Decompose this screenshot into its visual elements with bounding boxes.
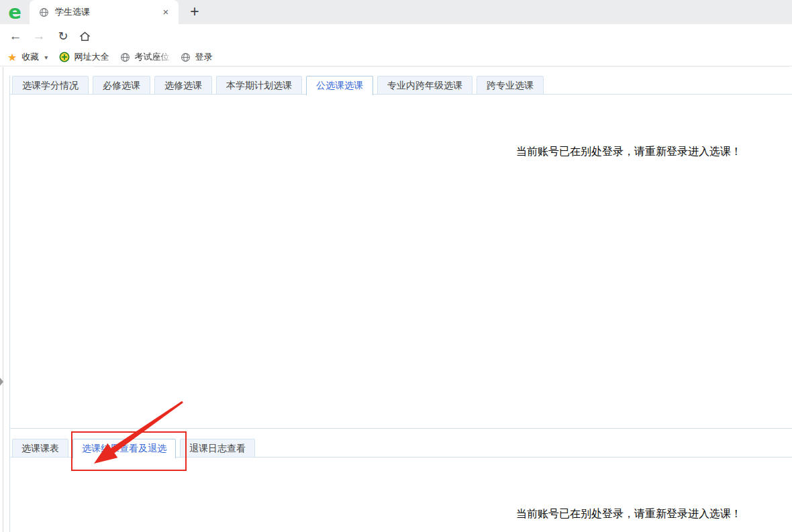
- bookmark-label: 网址大全: [74, 51, 109, 63]
- new-tab-button[interactable]: +: [185, 3, 204, 21]
- home-icon[interactable]: [75, 24, 94, 48]
- tab-xuanke-kebiao[interactable]: 选课课表: [12, 439, 68, 458]
- course-result-tabs: 选课课表 选课结果查看及退选 退课日志查看: [9, 439, 255, 458]
- browser-tab-title: 学生选课: [55, 6, 160, 18]
- favorites-label[interactable]: 收藏: [21, 51, 39, 63]
- tab-benxueqi-jihua-xuanke[interactable]: 本学期计划选课: [216, 76, 302, 95]
- page-content: 选课学分情况 必修选课 选修选课 本学期计划选课 公选课选课 专业内跨年级选课 …: [0, 67, 792, 532]
- back-icon[interactable]: ←: [6, 24, 25, 48]
- browser-tab-bar: e 学生选课 × +: [0, 0, 792, 24]
- browser-toolbar: ← → ↻ 证书风险 https://10.0.3.88/jsxs: [0, 24, 792, 48]
- tab-close-icon[interactable]: ×: [160, 6, 172, 18]
- bookmark-item-kaoshizuowei[interactable]: 考试座位: [120, 51, 169, 63]
- side-panel-divider: [3, 67, 3, 532]
- globe-icon: [120, 52, 130, 62]
- favorites-caret-icon[interactable]: ▾: [44, 54, 48, 61]
- tab-xuanke-xuefen[interactable]: 选课学分情况: [12, 76, 89, 95]
- browser-window: e 学生选课 × + ← → ↻ 证书风险: [0, 0, 792, 532]
- tab-xuanke-jieguo-tuixuan[interactable]: 选课结果查看及退选: [72, 439, 176, 458]
- globe-favicon-icon: [39, 7, 49, 17]
- bookmark-label: 考试座位: [134, 51, 169, 63]
- home-icon-glyph: [79, 30, 91, 43]
- panel-left-border: [9, 76, 10, 532]
- tab-gongxuanke-xuanke[interactable]: 公选课选课: [306, 76, 373, 95]
- top-panel-bottom-border: [9, 428, 792, 429]
- tab-xuanxiu-xuanke[interactable]: 选修选课: [154, 76, 212, 95]
- globe-icon: [181, 52, 191, 62]
- forward-icon[interactable]: →: [30, 24, 48, 48]
- bookmark-item-denglu[interactable]: 登录: [181, 51, 212, 63]
- top-panel-message: 当前账号已在别处登录，请重新登录进入选课！: [516, 145, 742, 159]
- browser-tab-active[interactable]: 学生选课 ×: [30, 0, 179, 24]
- plus-circle-icon: [59, 52, 70, 62]
- tab-kuazhuanye-xuanke[interactable]: 跨专业选课: [477, 76, 544, 95]
- bottom-panel-message: 当前账号已在别处登录，请重新登录进入选课！: [516, 507, 742, 521]
- browser-logo-icon: e: [8, 3, 21, 22]
- tab-tuike-rizhi[interactable]: 退课日志查看: [180, 439, 255, 458]
- bookmark-item-wangzhidaquan[interactable]: 网址大全: [59, 51, 109, 63]
- favorites-star-icon[interactable]: ★: [7, 51, 17, 64]
- browser-logo-button[interactable]: e: [0, 0, 30, 24]
- tab-zhuanye-kuaniánji-xuanke[interactable]: 专业内跨年级选课: [377, 76, 473, 95]
- refresh-icon[interactable]: ↻: [54, 24, 72, 48]
- bookmarks-bar: ★ 收藏 ▾ 网址大全 考试座位: [0, 48, 792, 66]
- chevron-right-icon[interactable]: [0, 378, 3, 386]
- bookmark-label: 登录: [195, 51, 212, 63]
- tab-bixiu-xuanke[interactable]: 必修选课: [93, 76, 150, 95]
- course-select-tabs: 选课学分情况 必修选课 选修选课 本学期计划选课 公选课选课 专业内跨年级选课 …: [9, 76, 544, 95]
